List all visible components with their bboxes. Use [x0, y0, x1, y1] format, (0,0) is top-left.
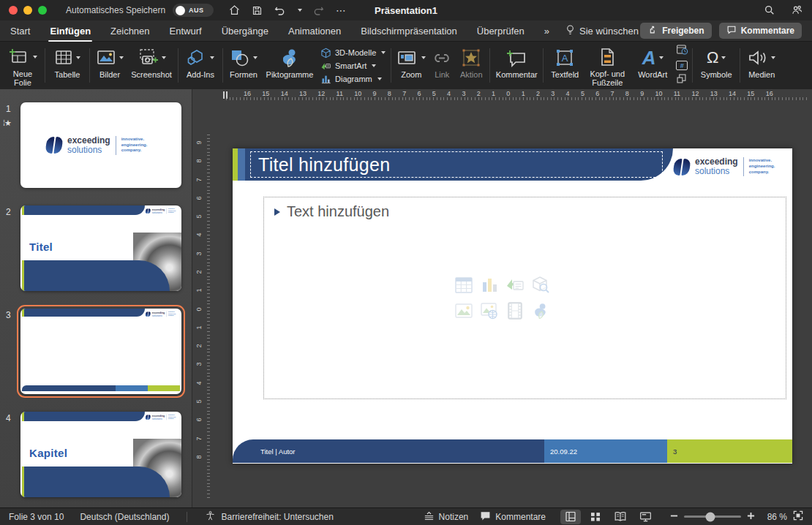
- pictures-button[interactable]: Bilder: [92, 43, 127, 88]
- insert-video-icon[interactable]: [504, 300, 526, 322]
- ruler-number: 3: [551, 90, 555, 97]
- insert-online-picture-icon[interactable]: [478, 300, 500, 322]
- close-window-button[interactable]: [9, 6, 18, 15]
- chart-button[interactable]: Diagramm: [320, 74, 386, 84]
- slide-thumbnail-2[interactable]: 2 exceedingsolutions innovative.engineer…: [20, 205, 181, 291]
- wordart-button[interactable]: A WordArt: [631, 43, 674, 88]
- ruler-number: 1: [492, 90, 495, 97]
- symbols-button[interactable]: Ω Symbole: [695, 43, 737, 88]
- zoom-slider[interactable]: [684, 515, 741, 518]
- titlebar: Automatisches Speichern AUS ⋯ Präsentati…: [0, 0, 812, 20]
- pictograms-button[interactable]: Piktogramme: [262, 43, 317, 88]
- slide-number-icon[interactable]: #: [676, 61, 688, 70]
- fullscreen-window-button[interactable]: [38, 6, 47, 15]
- insert-chart-icon[interactable]: [478, 274, 500, 296]
- ruler-number: 8: [388, 90, 391, 97]
- insert-table-icon[interactable]: [453, 274, 475, 296]
- ruler-number: 14: [729, 90, 736, 97]
- status-bar: Folie 3 von 10 Deutsch (Deutschland) Bar…: [0, 507, 812, 525]
- zoom-controls: 86 %: [670, 510, 803, 523]
- footer-number-segment[interactable]: 3: [667, 439, 792, 463]
- tab-start[interactable]: Start: [10, 26, 30, 37]
- insert-picture-icon[interactable]: [453, 300, 475, 322]
- insert-pictogram-icon[interactable]: [530, 300, 552, 322]
- tab-uebergaenge[interactable]: Übergänge: [222, 26, 268, 37]
- header-footer-button[interactable]: Kopf- und Fußzeile: [584, 43, 631, 88]
- zoom-slider-knob[interactable]: [705, 512, 715, 521]
- tab-bildschirmpraesentation[interactable]: Bildschirmpräsentation: [361, 26, 457, 37]
- comments-toggle[interactable]: Kommentare: [480, 511, 546, 523]
- accessibility-checker[interactable]: Barrierefreiheit: Untersuchen: [205, 510, 333, 524]
- footer-date-segment[interactable]: 20.09.22: [544, 439, 667, 463]
- language-selector[interactable]: Deutsch (Deutschland): [80, 512, 169, 522]
- account-icon[interactable]: [790, 4, 803, 16]
- body-text-placeholder[interactable]: Text hinzufügen: [274, 203, 389, 220]
- new-slide-button[interactable]: Neue Folie: [3, 43, 42, 88]
- search-icon[interactable]: [764, 4, 775, 16]
- media-button[interactable]: Medien: [743, 43, 781, 88]
- slideshow-view-button[interactable]: [635, 510, 655, 524]
- ruler-number: 6: [417, 90, 421, 97]
- save-icon[interactable]: [252, 5, 263, 16]
- accent-blue-strip: [238, 148, 245, 181]
- zoom-percentage[interactable]: 86 %: [761, 512, 787, 522]
- undo-icon[interactable]: [274, 4, 285, 16]
- comments-button[interactable]: Kommentare: [719, 23, 802, 39]
- zoom-dropdown-icon: [421, 56, 426, 59]
- 3d-models-button[interactable]: 3D-Modelle: [320, 48, 386, 58]
- tab-ueberpruefen[interactable]: Überprüfen: [477, 26, 525, 37]
- tab-entwurf[interactable]: Entwurf: [170, 26, 202, 37]
- smartart-button[interactable]: SmartArt: [320, 61, 386, 71]
- ruler-number: 11: [674, 90, 680, 97]
- vertical-ruler[interactable]: 987654321012345678: [192, 101, 211, 507]
- share-button[interactable]: Freigeben: [640, 23, 711, 39]
- link-button: Link: [429, 43, 455, 88]
- textbox-button[interactable]: A Textfeld: [546, 43, 584, 88]
- slide-number-label: 3: [6, 310, 11, 320]
- brand-logo: exceedingsolutions innovative.engineerin…: [46, 135, 156, 156]
- autosave-toggle[interactable]: AUS: [173, 4, 214, 17]
- screenshot-button[interactable]: Screenshot: [127, 43, 176, 88]
- insert-smartart-icon[interactable]: [504, 274, 526, 296]
- ruler-number: 3: [195, 360, 203, 368]
- tab-animationen[interactable]: Animationen: [288, 26, 341, 37]
- zoom-button[interactable]: Zoom: [394, 43, 429, 88]
- horizontal-ruler[interactable]: 1615141312111098765432101234567891011121…: [192, 89, 812, 101]
- undo-dropdown-icon[interactable]: [298, 9, 302, 12]
- slide-thumbnail-1[interactable]: 1 ⁞★ exceedingsolutions innovative.engin…: [20, 102, 181, 188]
- normal-view-button[interactable]: [560, 510, 581, 524]
- slide-sorter-view-button[interactable]: [585, 510, 606, 524]
- more-commands-icon[interactable]: ⋯: [336, 4, 346, 16]
- slide-editing-area[interactable]: Titel hinzufügen exceedingsolutions inno…: [233, 148, 792, 464]
- tell-me-search[interactable]: Sie wünschen: [565, 24, 639, 38]
- comment-icon: [726, 25, 737, 37]
- title-placeholder[interactable]: Titel hinzufügen: [258, 148, 390, 181]
- insert-3d-model-icon[interactable]: [530, 274, 552, 296]
- slide-title-banner: Titel hinzufügen: [233, 148, 673, 181]
- comment-icon: [480, 511, 491, 523]
- tab-einfuegen[interactable]: Einfügen: [50, 26, 91, 37]
- reading-view-button[interactable]: [610, 510, 631, 524]
- object-icon[interactable]: [676, 73, 688, 87]
- zoom-out-button[interactable]: [670, 512, 678, 522]
- footer-title-segment[interactable]: Titel | Autor: [233, 439, 544, 463]
- accent-green-strip: [233, 148, 238, 181]
- date-time-icon[interactable]: [676, 44, 688, 58]
- minimize-window-button[interactable]: [23, 6, 32, 15]
- zoom-in-button[interactable]: [747, 512, 755, 522]
- fit-to-window-icon[interactable]: [793, 510, 803, 523]
- slide-counter: Folie 3 von 10: [9, 512, 64, 522]
- slide-thumbnail-3-selected[interactable]: 3 exceedingsolutions innovative.engineer…: [20, 309, 181, 394]
- tab-overflow-chevron[interactable]: »: [544, 26, 549, 37]
- content-placeholder[interactable]: Text hinzufügen: [263, 197, 786, 399]
- notes-toggle[interactable]: Notizen: [424, 511, 469, 523]
- smartart-dropdown-icon: [372, 64, 376, 67]
- tab-zeichnen[interactable]: Zeichnen: [110, 26, 149, 37]
- addins-button[interactable]: Add-Ins: [181, 43, 220, 88]
- slide-thumbnail-4[interactable]: 4 exceedingsolutions innovative.engineer…: [20, 412, 181, 497]
- home-icon[interactable]: [228, 4, 241, 16]
- slide-number-label: 2: [6, 207, 11, 217]
- shapes-button[interactable]: Formen: [225, 43, 262, 88]
- new-comment-button[interactable]: Kommentar: [492, 43, 541, 88]
- table-button[interactable]: Tabelle: [48, 43, 87, 88]
